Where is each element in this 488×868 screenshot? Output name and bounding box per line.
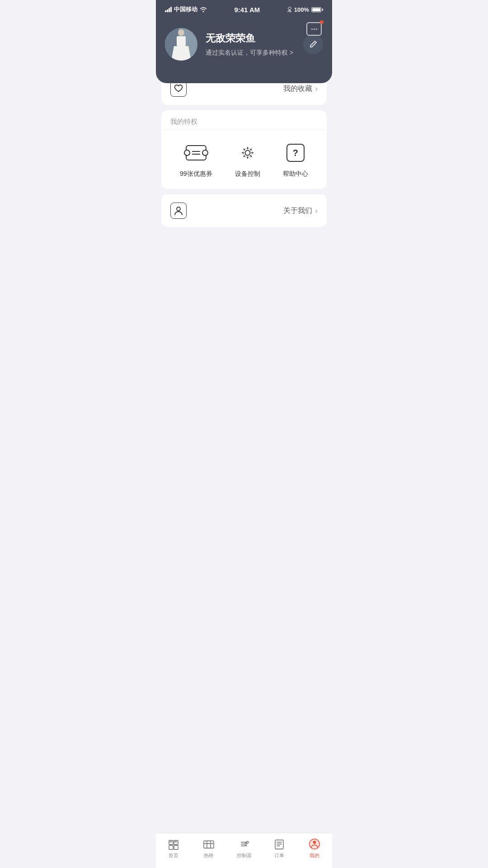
profile-name: 无敌荣荣鱼 (206, 32, 295, 45)
svg-point-4 (178, 29, 184, 36)
about-card: 关于我们 › (161, 194, 327, 227)
about-right: 关于我们 › (283, 206, 318, 216)
profile-info: 无敌荣荣鱼 通过实名认证，可享多种特权 > (206, 32, 295, 57)
content-area: 我的收藏 › 我的特权 99张优惠券 (156, 72, 332, 227)
device-item[interactable]: 设备控制 (235, 141, 260, 178)
help-icon: ? (284, 141, 307, 165)
coupon-item[interactable]: 99张优惠券 (180, 141, 212, 178)
svg-point-7 (177, 207, 180, 211)
favorites-right: 我的收藏 › (283, 84, 318, 94)
profile-section: 无敌荣荣鱼 通过实名认证，可享多种特权 > (165, 28, 323, 61)
about-left (170, 203, 187, 219)
wifi-icon (200, 7, 207, 12)
favorites-label: 我的收藏 (283, 84, 312, 94)
status-left: 中国移动 (165, 5, 207, 14)
svg-rect-2 (177, 36, 186, 46)
status-time: 9:41 AM (234, 6, 260, 14)
message-button[interactable] (305, 21, 323, 37)
help-label: 帮助中心 (283, 170, 308, 178)
status-right: 100% (287, 6, 323, 13)
avatar[interactable] (165, 28, 197, 61)
coupon-label: 99张优惠券 (180, 170, 212, 178)
battery-percent: 100% (294, 6, 309, 13)
person-icon (170, 203, 187, 219)
privilege-section-header: 我的特权 (161, 110, 327, 130)
svg-point-5 (245, 151, 250, 156)
battery-icon (311, 7, 323, 12)
message-icon (306, 22, 322, 36)
ticket-icon (184, 141, 208, 165)
privilege-grid: 99张优惠券 设备控制 ? 帮助中心 (161, 130, 327, 189)
about-label: 关于我们 (283, 206, 312, 216)
privilege-card: 我的特权 99张优惠券 (161, 110, 327, 189)
favorites-chevron: › (315, 84, 318, 94)
signal-icon (165, 7, 172, 12)
svg-marker-3 (171, 46, 191, 61)
about-row[interactable]: 关于我们 › (161, 194, 327, 227)
profile-subtitle: 通过实名认证，可享多种特权 > (206, 49, 295, 57)
edit-icon (309, 40, 318, 49)
carrier-label: 中国移动 (174, 5, 197, 14)
notification-badge (320, 20, 324, 24)
edit-profile-button[interactable] (303, 34, 323, 54)
help-item[interactable]: ? 帮助中心 (283, 141, 308, 178)
header: 无敌荣荣鱼 通过实名认证，可享多种特权 > (156, 16, 332, 83)
gear-icon (236, 141, 259, 165)
bluetooth-icon (287, 6, 292, 13)
status-bar: 中国移动 9:41 AM 100% (156, 0, 332, 16)
device-label: 设备控制 (235, 170, 260, 178)
about-chevron: › (315, 206, 318, 216)
